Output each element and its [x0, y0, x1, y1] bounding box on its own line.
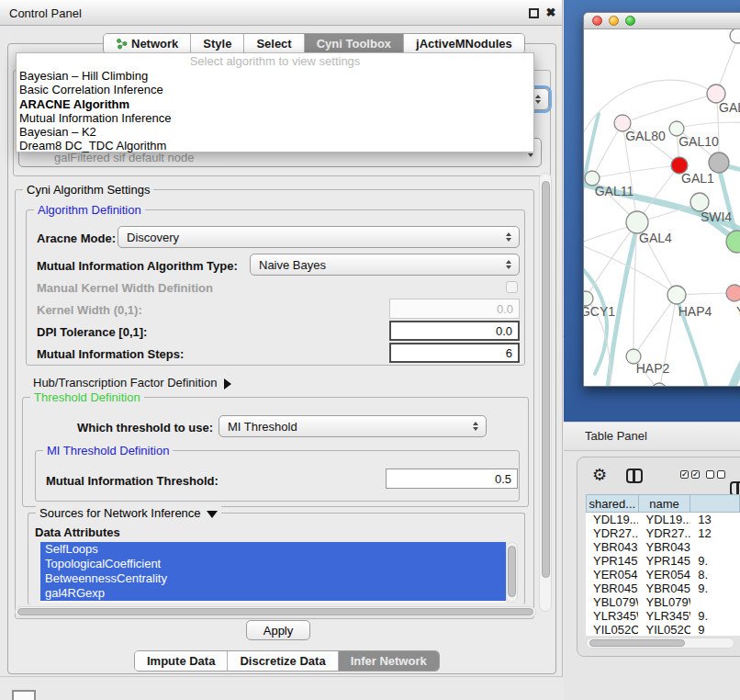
algorithm-option-basic-correlation-inference[interactable]: Basic Correlation Inference	[17, 83, 533, 96]
column-header-shared-[interactable]: shared...	[586, 494, 639, 513]
node-label-hap4: HAP4	[678, 304, 712, 319]
mi-steps-field[interactable]: 6	[389, 343, 520, 363]
table-row[interactable]: YPR145WYPR145W9.	[586, 554, 740, 568]
network-node[interactable]	[730, 29, 740, 43]
aracne-mode-label: Aracne Mode:	[37, 231, 116, 245]
control-panel-window: Control Panel ✖ NetworkStyleSelectCyni T…	[0, 0, 563, 677]
mi-threshold-field[interactable]: 0.5	[386, 469, 518, 489]
tab-infer-network[interactable]: Infer Network	[338, 651, 439, 671]
network-node-y[interactable]	[726, 285, 740, 301]
table-horizontal-scrollbar[interactable]	[586, 638, 734, 649]
tab-label: Network	[131, 37, 178, 51]
table-row[interactable]: YBR045CYBR045C9.	[586, 581, 740, 595]
float-window-icon[interactable]	[529, 8, 539, 18]
settings-group-title: Cyni Algorithm Settings	[23, 183, 153, 197]
table-cell: YPR145W	[638, 554, 690, 568]
deselect-all-columns-icon[interactable]	[706, 470, 725, 479]
settings-horizontal-scrollbar[interactable]	[15, 606, 536, 617]
tab-label: Select	[256, 37, 291, 51]
popup-hint: Select algorithm to view settings	[17, 53, 533, 69]
close-button[interactable]	[592, 16, 602, 26]
column-header-name[interactable]: name	[639, 494, 691, 513]
node-table[interactable]: shared...nameYDL19...YDL19...13YDR27...Y…	[586, 494, 740, 636]
column-header-clipped[interactable]	[690, 494, 740, 513]
manual-kernel-checkbox[interactable]	[506, 281, 518, 293]
network-node-hap4[interactable]	[667, 286, 686, 304]
control-panel-titlebar: Control Panel ✖	[0, 0, 562, 26]
table-row[interactable]: YBL079WYBL079W	[586, 595, 740, 609]
network-node[interactable]	[652, 383, 667, 386]
minimized-panel-icon[interactable]	[12, 690, 36, 700]
network-node-swi4[interactable]	[690, 193, 709, 211]
table-row[interactable]: YBR043CYBR043C	[586, 540, 740, 554]
hub-definition-toggle[interactable]: Hub/Transcription Factor Definition	[33, 376, 231, 390]
aracne-mode-value: Discovery	[127, 231, 179, 244]
table-cell: 9.	[690, 609, 740, 623]
algorithm-option-mutual-information-inference[interactable]: Mutual Information Inference	[17, 111, 533, 125]
algorithm-option-dream8-dc-tdc-algorithm[interactable]: Dream8 DC_TDC Algorithm	[17, 139, 533, 152]
which-threshold-label: Which threshold to use:	[77, 421, 213, 435]
table-cell	[690, 595, 740, 609]
close-panel-icon[interactable]: ✖	[545, 7, 556, 18]
table-row[interactable]: YDL19...YDL19...13	[586, 513, 740, 526]
network-canvas[interactable]: GALGAL80GAL10GAL1GAL11SWI4GAL4GCY1HAP4YH…	[584, 29, 740, 386]
aracne-mode-combobox[interactable]: Discovery	[118, 226, 520, 248]
network-edge[interactable]	[592, 165, 679, 178]
table-row[interactable]: YDR27...YDR27...12	[586, 526, 740, 540]
tab-cyni-toolbox[interactable]: Cyni Toolbox	[304, 34, 403, 53]
tab-label: Style	[203, 37, 231, 51]
node-label-gal4: GAL4	[639, 231, 672, 245]
algorithm-option-aracne-algorithm[interactable]: ARACNE Algorithm	[17, 97, 533, 111]
table-cell: YDR27...	[638, 526, 690, 540]
tab-discretize-data[interactable]: Discretize Data	[227, 651, 337, 671]
sources-group-title[interactable]: Sources for Network Inference	[36, 506, 221, 520]
tab-label: Cyni Toolbox	[317, 37, 391, 51]
table-cell	[690, 540, 740, 554]
gear-icon[interactable]: ⚙	[592, 467, 607, 483]
stepper-arrows-icon	[535, 95, 541, 104]
tab-select[interactable]: Select	[243, 34, 303, 53]
network-edge[interactable]	[592, 123, 622, 178]
settings-hscrollbar-thumb[interactable]	[17, 608, 533, 615]
tab-impute-data[interactable]: Impute Data	[135, 651, 227, 671]
table-row[interactable]: YER054CYER054C8.	[586, 568, 740, 581]
tab-network[interactable]: Network	[104, 34, 190, 53]
select-all-columns-icon[interactable]: ✓✓	[680, 470, 700, 479]
table-cell: YBL079W	[586, 595, 638, 609]
columns-icon[interactable]	[626, 469, 643, 483]
table-row[interactable]: YLR345WYLR345W9.	[586, 609, 740, 623]
dpi-tolerance-field[interactable]: 0.0	[389, 321, 520, 341]
table-cell: YIL052C	[638, 623, 690, 636]
tab-style[interactable]: Style	[190, 34, 243, 53]
settings-vertical-scrollbar[interactable]	[539, 173, 552, 612]
network-edge[interactable]	[633, 295, 677, 356]
kernel-width-field[interactable]: 0.0	[389, 299, 520, 319]
minimize-button[interactable]	[609, 16, 619, 26]
data-attributes-list[interactable]: SelfLoopsTopologicalCoefficientBetweenne…	[40, 542, 506, 603]
zoom-button[interactable]	[625, 16, 635, 26]
network-node[interactable]	[709, 152, 729, 173]
table-cell: YBR045C	[638, 581, 690, 595]
apply-button[interactable]: Apply	[246, 620, 310, 640]
attribute-item-gal4rgexp[interactable]: gal4RGexp	[40, 586, 506, 601]
attribute-item-selfloops[interactable]: SelfLoops	[40, 542, 506, 557]
node-label-gal10: GAL10	[678, 134, 719, 149]
mi-type-combobox[interactable]: Naive Bayes	[250, 254, 520, 276]
tab-jactivemnodules[interactable]: jActiveMNodules	[403, 34, 524, 53]
network-view-window[interactable]: GALGAL80GAL10GAL1GAL11SWI4GAL4GCY1HAP4YH…	[583, 12, 740, 387]
network-edge[interactable]	[622, 94, 716, 123]
table-row[interactable]: YIL052CYIL052C9	[586, 623, 740, 636]
attributes-scrollbar-thumb[interactable]	[508, 546, 516, 597]
attribute-item-topologicalcoefficient[interactable]: TopologicalCoefficient	[40, 557, 506, 571]
table-hscrollbar-thumb[interactable]	[589, 639, 685, 647]
network-window-titlebar[interactable]	[584, 13, 740, 29]
settings-vscrollbar-thumb[interactable]	[542, 181, 550, 578]
node-label-gal: GAL	[719, 100, 740, 115]
which-threshold-combobox[interactable]: MI Threshold	[219, 415, 487, 437]
network-edge[interactable]	[677, 122, 740, 129]
algorithm-option-bayesian-hill-climbing[interactable]: Bayesian – Hill Climbing	[17, 69, 533, 83]
attribute-item-betweennesscentrality[interactable]: BetweennessCentrality	[40, 571, 506, 586]
attributes-list-scrollbar[interactable]	[506, 542, 518, 603]
table-cell: YER054C	[638, 568, 690, 581]
algorithm-option-bayesian-k2[interactable]: Bayesian – K2	[17, 125, 533, 139]
